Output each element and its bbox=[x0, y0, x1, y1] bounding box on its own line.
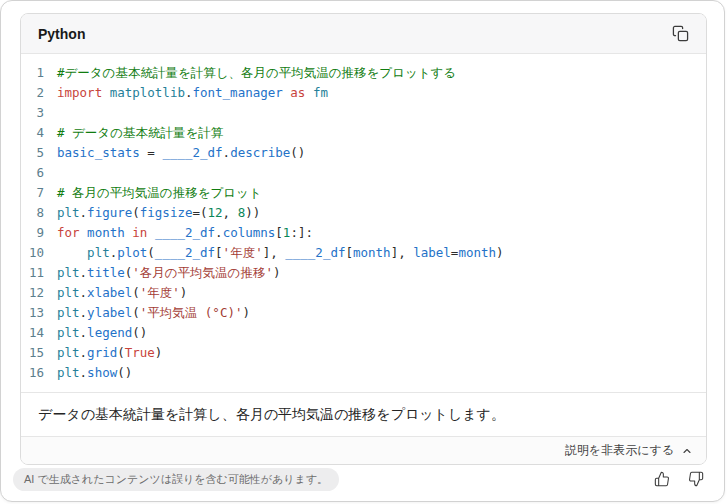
line-content: basic_stats = ____2_df.describe() bbox=[44, 143, 305, 163]
code-editor: 1#データの基本統計量を計算し、各月の平均気温の推移をプロットする2import… bbox=[21, 54, 706, 392]
thumbs-down-icon bbox=[688, 471, 704, 487]
line-number: 14 bbox=[21, 323, 44, 343]
line-number: 6 bbox=[21, 163, 44, 183]
code-block-header: Python bbox=[21, 14, 706, 54]
chevron-up-icon bbox=[681, 445, 693, 457]
card-bottom-bar: AI で生成されたコンテンツは誤りを含む可能性があります。 bbox=[13, 465, 710, 493]
code-line: 5basic_stats = ____2_df.describe() bbox=[21, 143, 706, 163]
code-line: 9for month in ____2_df.columns[1:]: bbox=[21, 223, 706, 243]
thumbs-up-icon bbox=[654, 471, 670, 487]
feedback-buttons bbox=[648, 465, 710, 493]
thumbs-down-button[interactable] bbox=[682, 465, 710, 493]
line-number: 1 bbox=[21, 63, 44, 83]
line-number: 12 bbox=[21, 283, 44, 303]
line-content: # 各月の平均気温の推移をプロット bbox=[44, 183, 262, 203]
line-content: plt.grid(True) bbox=[44, 343, 162, 363]
code-line: 2import matplotlib.font_manager as fm bbox=[21, 83, 706, 103]
line-number: 15 bbox=[21, 343, 44, 363]
line-number: 9 bbox=[21, 223, 44, 243]
copy-button[interactable] bbox=[666, 20, 694, 48]
line-content: plt.xlabel('年度') bbox=[44, 283, 187, 303]
line-number: 3 bbox=[21, 103, 44, 123]
hide-explanation-label: 説明を非表示にする bbox=[565, 442, 674, 459]
line-number: 11 bbox=[21, 263, 44, 283]
line-content bbox=[44, 103, 65, 123]
code-line: 11plt.title('各月の平均気温の推移') bbox=[21, 263, 706, 283]
line-content: import matplotlib.font_manager as fm bbox=[44, 83, 328, 103]
copy-icon bbox=[672, 25, 689, 42]
thumbs-up-button[interactable] bbox=[648, 465, 676, 493]
code-line: 4# データの基本統計量を計算 bbox=[21, 123, 706, 143]
line-number: 4 bbox=[21, 123, 44, 143]
code-line: 13plt.ylabel('平均気温 (°C)') bbox=[21, 303, 706, 323]
code-line: 12plt.xlabel('年度') bbox=[21, 283, 706, 303]
code-caption: データの基本統計量を計算し、各月の平均気温の推移をプロットします。 bbox=[21, 392, 706, 436]
ai-disclaimer: AI で生成されたコンテンツは誤りを含む可能性があります。 bbox=[13, 468, 339, 491]
line-content: # データの基本統計量を計算 bbox=[44, 123, 223, 143]
line-content: plt.show() bbox=[44, 363, 132, 383]
line-number: 7 bbox=[21, 183, 44, 203]
code-line: 7# 各月の平均気温の推移をプロット bbox=[21, 183, 706, 203]
code-line: 10 plt.plot(____2_df['年度'], ____2_df[mon… bbox=[21, 243, 706, 263]
line-number: 8 bbox=[21, 203, 44, 223]
code-line: 16plt.show() bbox=[21, 363, 706, 383]
line-content: plt.ylabel('平均気温 (°C)') bbox=[44, 303, 250, 323]
line-number: 16 bbox=[21, 363, 44, 383]
line-content: plt.title('各月の平均気温の推移') bbox=[44, 263, 280, 283]
line-content bbox=[44, 163, 65, 183]
line-number: 5 bbox=[21, 143, 44, 163]
code-line: 3 bbox=[21, 103, 706, 123]
line-content: plt.figure(figsize=(12, 8)) bbox=[44, 203, 260, 223]
code-block: Python 1#データの基本統計量を計算し、各月の平均気温の推移をプロットする… bbox=[20, 13, 707, 465]
code-line: 15plt.grid(True) bbox=[21, 343, 706, 363]
code-line: 14plt.legend() bbox=[21, 323, 706, 343]
response-card: Python 1#データの基本統計量を計算し、各月の平均気温の推移をプロットする… bbox=[0, 0, 725, 502]
language-label: Python bbox=[38, 26, 85, 42]
line-number: 10 bbox=[21, 243, 44, 263]
code-lines: 1#データの基本統計量を計算し、各月の平均気温の推移をプロットする2import… bbox=[21, 63, 706, 383]
code-line: 1#データの基本統計量を計算し、各月の平均気温の推移をプロットする bbox=[21, 63, 706, 83]
line-number: 13 bbox=[21, 303, 44, 323]
line-content: plt.legend() bbox=[44, 323, 147, 343]
line-content: #データの基本統計量を計算し、各月の平均気温の推移をプロットする bbox=[44, 63, 456, 83]
hide-explanation-toggle[interactable]: 説明を非表示にする bbox=[21, 436, 706, 464]
line-content: for month in ____2_df.columns[1:]: bbox=[44, 223, 313, 243]
code-line: 6 bbox=[21, 163, 706, 183]
line-number: 2 bbox=[21, 83, 44, 103]
line-content: plt.plot(____2_df['年度'], ____2_df[month]… bbox=[44, 243, 504, 263]
code-line: 8plt.figure(figsize=(12, 8)) bbox=[21, 203, 706, 223]
